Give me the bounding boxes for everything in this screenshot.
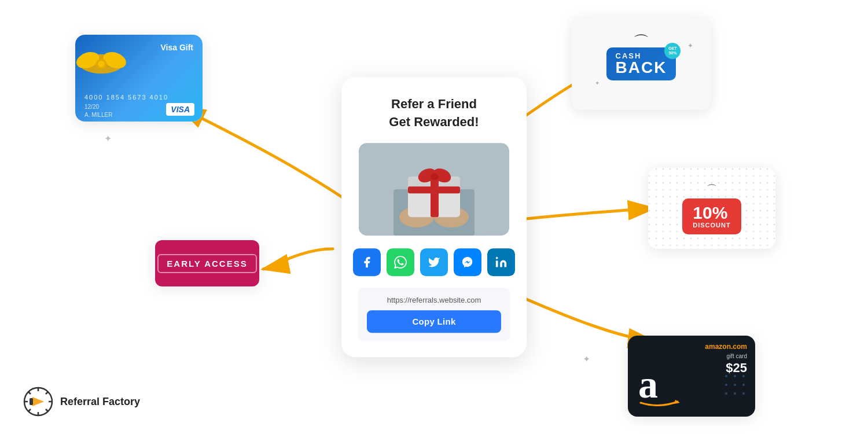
referral-url: https://referrals.website.com (367, 296, 501, 304)
amazon-type: gift card (726, 353, 747, 359)
cashback-tag: ⌒ CASH BACK GET50% ✦ ✦ (606, 47, 676, 80)
visa-logo: VISA (166, 103, 194, 116)
discount-percent: 10% (693, 204, 730, 222)
cashback-badge: GET50% (664, 43, 681, 59)
cashback-line2: BACK (616, 60, 667, 76)
svg-rect-25 (408, 186, 460, 193)
brand-name: Referral Factory (60, 396, 140, 408)
svg-rect-40 (30, 398, 33, 405)
amazon-com: amazon.com (705, 343, 747, 351)
amazon-smile-icon (638, 398, 680, 406)
svg-point-29 (496, 257, 498, 259)
early-access-label: EARLY ACCESS (157, 254, 256, 273)
messenger-share-button[interactable] (454, 248, 481, 276)
svg-point-12 (725, 384, 727, 386)
visa-number: 4000 1854 5673 4010 (84, 94, 168, 101)
svg-point-15 (725, 392, 727, 395)
discount-tag: ⌒ 10% DISCOUNT (682, 182, 741, 234)
whatsapp-share-button[interactable] (387, 248, 414, 276)
referral-factory-icon (23, 387, 53, 417)
sparkle-decor: ✦ (583, 354, 590, 365)
svg-line-36 (46, 409, 48, 411)
svg-point-28 (431, 173, 439, 180)
svg-rect-24 (431, 176, 439, 217)
referral-card: Refer a Friend Get Rewarded! (341, 77, 527, 357)
gift-illustration (359, 143, 509, 236)
visa-expiry: 12/20 (84, 104, 99, 110)
amazon-gift-card: amazon.com gift card $25 a (628, 336, 755, 417)
svg-point-9 (725, 375, 727, 377)
visa-gift-card: Visa Gift 4000 1854 5673 4010 DEBIT 12/2… (75, 35, 203, 122)
sparkle-decor: ✦ (104, 133, 112, 144)
svg-point-17 (742, 392, 745, 395)
svg-point-16 (734, 392, 736, 395)
cashback-bg: CASH BACK GET50% (606, 47, 676, 80)
twitter-share-button[interactable] (420, 248, 448, 276)
svg-marker-8 (674, 400, 680, 404)
brand-logo: Referral Factory (23, 387, 140, 417)
svg-line-38 (28, 409, 31, 411)
visa-ribbon-icon (75, 45, 133, 83)
card-title: Refer a Friend Get Rewarded! (389, 95, 479, 131)
cashback-card: ⌒ CASH BACK GET50% ✦ ✦ (572, 17, 711, 110)
svg-point-5 (98, 61, 104, 67)
visa-holder: A. MILLER (84, 112, 112, 118)
svg-line-37 (46, 392, 48, 394)
svg-line-35 (28, 392, 31, 394)
svg-point-10 (734, 375, 736, 377)
svg-point-14 (742, 384, 745, 386)
facebook-share-button[interactable] (353, 248, 381, 276)
amazon-dots-decor (720, 370, 755, 417)
gift-image (359, 143, 509, 236)
discount-tag-inner: 10% DISCOUNT (682, 198, 741, 234)
svg-marker-39 (32, 397, 44, 406)
svg-point-11 (742, 375, 745, 377)
linkedin-share-button[interactable] (487, 248, 515, 276)
sparkle-cashback2: ✦ (595, 80, 599, 86)
referral-link-box: https://referrals.website.com Copy Link (358, 288, 510, 341)
copy-link-button[interactable]: Copy Link (367, 310, 501, 333)
early-access-card: EARLY ACCESS (155, 240, 259, 286)
social-icons-row (353, 248, 515, 276)
discount-label: DISCOUNT (693, 222, 730, 229)
amazon-a-logo: a (638, 365, 658, 404)
sparkle-cashback: ✦ (687, 42, 693, 50)
discount-card: ⌒ 10% DISCOUNT (648, 168, 775, 249)
svg-point-13 (734, 384, 736, 386)
